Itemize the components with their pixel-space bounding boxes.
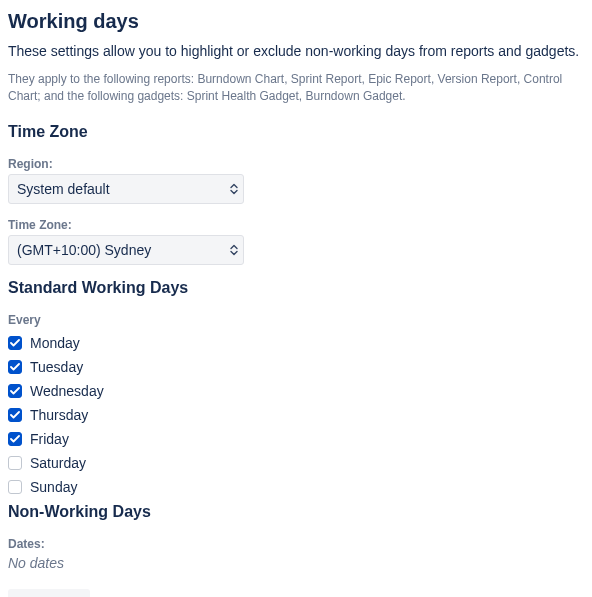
working-days-section-title: Standard Working Days: [8, 279, 584, 297]
day-checkbox-monday[interactable]: [8, 336, 22, 350]
day-row: Friday: [8, 431, 584, 447]
dates-label: Dates:: [8, 537, 584, 551]
non-working-section-title: Non-Working Days: [8, 503, 584, 521]
day-checkbox-wednesday[interactable]: [8, 384, 22, 398]
day-row: Thursday: [8, 407, 584, 423]
add-date-button[interactable]: Add Date: [8, 589, 90, 597]
region-select[interactable]: System default: [8, 174, 244, 204]
day-checkbox-thursday[interactable]: [8, 408, 22, 422]
every-label: Every: [8, 313, 584, 327]
day-label: Saturday: [30, 455, 86, 471]
day-checkbox-sunday[interactable]: [8, 480, 22, 494]
day-row: Saturday: [8, 455, 584, 471]
timezone-select[interactable]: (GMT+10:00) Sydney: [8, 235, 244, 265]
days-list: MondayTuesdayWednesdayThursdayFridaySatu…: [8, 335, 584, 495]
day-label: Sunday: [30, 479, 77, 495]
day-checkbox-tuesday[interactable]: [8, 360, 22, 374]
day-row: Tuesday: [8, 359, 584, 375]
day-label: Monday: [30, 335, 80, 351]
timezone-label: Time Zone:: [8, 218, 584, 232]
intro-text: These settings allow you to highlight or…: [8, 43, 584, 59]
region-field-group: Region: System default: [8, 157, 584, 204]
no-dates-text: No dates: [8, 555, 584, 571]
day-label: Thursday: [30, 407, 88, 423]
day-label: Friday: [30, 431, 69, 447]
day-row: Sunday: [8, 479, 584, 495]
day-row: Monday: [8, 335, 584, 351]
region-label: Region:: [8, 157, 584, 171]
day-checkbox-friday[interactable]: [8, 432, 22, 446]
day-row: Wednesday: [8, 383, 584, 399]
day-label: Wednesday: [30, 383, 104, 399]
day-checkbox-saturday[interactable]: [8, 456, 22, 470]
timezone-section-title: Time Zone: [8, 123, 584, 141]
page-title: Working days: [8, 10, 584, 33]
timezone-field-group: Time Zone: (GMT+10:00) Sydney: [8, 218, 584, 265]
subnote-text: They apply to the following reports: Bur…: [8, 71, 584, 105]
day-label: Tuesday: [30, 359, 83, 375]
